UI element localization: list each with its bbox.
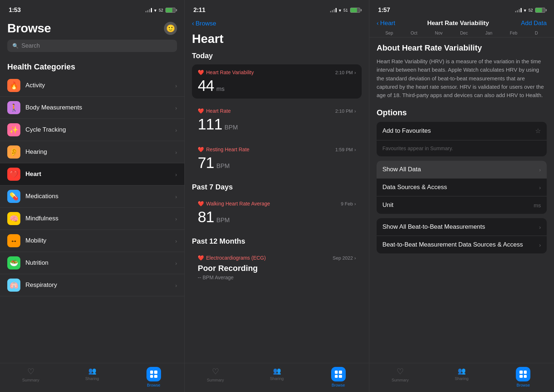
list-item-heart[interactable]: ❤️ Heart › bbox=[0, 163, 184, 185]
medications-label: Medications bbox=[25, 193, 175, 200]
browse-tab-label-2: Browse bbox=[332, 383, 345, 387]
list-item-mobility[interactable]: ↔️ Mobility › bbox=[0, 230, 184, 252]
search-bar[interactable]: 🔍 Search bbox=[7, 40, 177, 52]
list-item-respiratory[interactable]: 🫁 Respiratory › bbox=[0, 274, 184, 296]
status-bar-1: 1:53 ▾ 52 bbox=[0, 0, 184, 18]
signal-icon-1 bbox=[145, 8, 152, 12]
show-beat-chevron: › bbox=[539, 224, 541, 230]
browse-circle-bg-1 bbox=[146, 367, 161, 381]
rhr-unit: BPM bbox=[216, 163, 230, 169]
cycle-tracking-label: Cycle Tracking bbox=[25, 126, 175, 133]
add-fav-label: Add to Favourites bbox=[382, 127, 431, 135]
status-time-3: 1:57 bbox=[378, 7, 390, 14]
browse-tab-label-3: Browse bbox=[517, 383, 530, 387]
unit-value: ms bbox=[534, 202, 541, 208]
resting-hr-card[interactable]: ❤️ Resting Heart Rate 1:59 PM › 71 BPM bbox=[192, 141, 362, 176]
tab-bar-2: ♡ Summary 👥 Sharing Browse bbox=[185, 363, 369, 392]
ecg-title-row: ❤️ Electrocardiograms (ECG) bbox=[198, 255, 266, 261]
body-measurements-chevron: › bbox=[175, 105, 177, 111]
hr-value-row: 111 BPM bbox=[198, 117, 356, 132]
hr-card-top: ❤️ Heart Rate 2:10 PM › bbox=[198, 108, 356, 114]
list-item-medications[interactable]: 💊 Medications › bbox=[0, 185, 184, 208]
tab-sharing-2[interactable]: 👥 Sharing bbox=[246, 367, 308, 381]
hrv-time-text: 2:10 PM bbox=[335, 70, 353, 75]
past7-header: Past 7 Days bbox=[192, 183, 362, 191]
wifi-icon-1: ▾ bbox=[154, 8, 157, 13]
month-dec: Dec bbox=[460, 31, 468, 36]
tab-browse-3[interactable]: Browse bbox=[493, 367, 554, 387]
hrv-card[interactable]: ❤️ Heart Rate Variability 2:10 PM › 44 m… bbox=[192, 64, 362, 99]
ecg-time-text: Sep 2022 bbox=[333, 255, 353, 261]
list-item-nutrition[interactable]: 🥗 Nutrition › bbox=[0, 252, 184, 274]
add-data-button[interactable]: Add Data bbox=[521, 20, 547, 27]
cycle-tracking-chevron: › bbox=[175, 127, 177, 133]
summary-tab-icon-3: ♡ bbox=[397, 367, 404, 376]
hearing-label: Hearing bbox=[25, 148, 175, 156]
data-sources-item[interactable]: Data Sources & Access › bbox=[377, 179, 547, 196]
beat-sources-chevron: › bbox=[539, 242, 541, 248]
ecg-chevron: › bbox=[354, 255, 356, 261]
rhr-time: 1:59 PM › bbox=[335, 147, 356, 152]
sharing-tab-icon-3: 👥 bbox=[458, 367, 466, 375]
today-header: Today bbox=[192, 52, 362, 60]
list-item-body-measurements[interactable]: 🚶 Body Measurements › bbox=[0, 97, 184, 119]
add-to-favourites-item[interactable]: Add to Favourites ☆ bbox=[377, 122, 547, 140]
month-feb: Feb bbox=[510, 31, 518, 36]
panel1-title-row: Browse 🙂 bbox=[7, 21, 177, 35]
list-item-hearing[interactable]: 👂 Hearing › bbox=[0, 141, 184, 163]
show-all-data-item[interactable]: Show All Data › bbox=[377, 161, 547, 179]
panel3-nav: ‹ Heart Heart Rate Variability Add Data bbox=[369, 18, 554, 28]
rhr-heart-icon: ❤️ bbox=[198, 147, 204, 152]
search-placeholder: Search bbox=[21, 43, 40, 49]
show-beat-item[interactable]: Show All Beat-to-Beat Measurements › bbox=[377, 218, 547, 236]
hrv-chevron: › bbox=[354, 70, 356, 75]
heart-chevron: › bbox=[175, 171, 177, 177]
avatar[interactable]: 🙂 bbox=[164, 22, 177, 35]
ecg-card[interactable]: ❤️ Electrocardiograms (ECG) Sep 2022 › P… bbox=[192, 250, 362, 285]
beat-sources-label: Beat-to-Beat Measurement Data Sources & … bbox=[382, 241, 523, 248]
walking-avg-card[interactable]: ❤️ Walking Heart Rate Average 9 Feb › 81… bbox=[192, 196, 362, 230]
heart-rate-card[interactable]: ❤️ Heart Rate 2:10 PM › 111 BPM bbox=[192, 103, 362, 137]
summary-tab-icon-1: ♡ bbox=[27, 367, 35, 376]
ecg-card-title: Electrocardiograms (ECG) bbox=[206, 255, 266, 261]
hrv-value: 44 bbox=[198, 77, 214, 94]
ecg-recording-status: Poor Recording bbox=[198, 264, 356, 273]
month-jan: Jan bbox=[485, 31, 492, 36]
back-to-browse[interactable]: ‹ Browse bbox=[192, 20, 216, 27]
browse-circle-bg-3 bbox=[516, 367, 530, 381]
tab-summary-2[interactable]: ♡ Summary bbox=[185, 367, 246, 382]
summary-tab-label-1: Summary bbox=[22, 378, 39, 382]
activity-label: Activity bbox=[25, 82, 175, 89]
tab-sharing-3[interactable]: 👥 Sharing bbox=[431, 367, 492, 381]
tab-browse-2[interactable]: Browse bbox=[308, 367, 369, 387]
browse-grid-icon-3 bbox=[519, 371, 527, 378]
tab-summary-1[interactable]: ♡ Summary bbox=[0, 367, 61, 382]
beat-sources-item[interactable]: Beat-to-Beat Measurement Data Sources & … bbox=[377, 236, 547, 253]
back-to-heart[interactable]: ‹ Heart bbox=[377, 20, 395, 27]
sharing-tab-icon-1: 👥 bbox=[88, 367, 96, 375]
browse-grid-icon-1 bbox=[150, 371, 157, 378]
ecg-bpm-average: -- BPM Average bbox=[198, 275, 356, 280]
battery-icon-3 bbox=[535, 8, 545, 13]
tab-browse-1[interactable]: Browse bbox=[123, 367, 184, 387]
tab-sharing-1[interactable]: 👥 Sharing bbox=[61, 367, 123, 381]
wha-time-text: 9 Feb bbox=[341, 201, 353, 207]
battery-text-2: 51 bbox=[344, 8, 348, 12]
wha-chevron: › bbox=[354, 201, 356, 207]
list-item-cycle-tracking[interactable]: ✨ Cycle Tracking › bbox=[0, 119, 184, 141]
unit-item[interactable]: Unit ms bbox=[377, 196, 547, 214]
data-sources-label: Data Sources & Access bbox=[382, 184, 447, 191]
list-item-activity[interactable]: 🔥 Activity › bbox=[0, 75, 184, 97]
sharing-tab-label-2: Sharing bbox=[270, 376, 284, 381]
hrv-title-row: ❤️ Heart Rate Variability bbox=[198, 69, 254, 75]
hr-title-row: ❤️ Heart Rate bbox=[198, 108, 231, 114]
tab-bar-3: ♡ Summary 👥 Sharing Browse bbox=[369, 363, 554, 392]
status-bar-2: 2:11 ▾ 51 bbox=[185, 0, 369, 18]
favourites-options-group: Add to Favourites ☆ Favourites appear in… bbox=[377, 122, 547, 156]
mindfulness-icon: 🧠 bbox=[7, 212, 20, 225]
show-all-data-label: Show All Data bbox=[382, 166, 421, 173]
tab-summary-3[interactable]: ♡ Summary bbox=[369, 367, 431, 382]
list-item-mindfulness[interactable]: 🧠 Mindfulness › bbox=[0, 208, 184, 230]
status-icons-3: ▾ 52 bbox=[515, 8, 545, 13]
wifi-icon-2: ▾ bbox=[339, 8, 341, 13]
